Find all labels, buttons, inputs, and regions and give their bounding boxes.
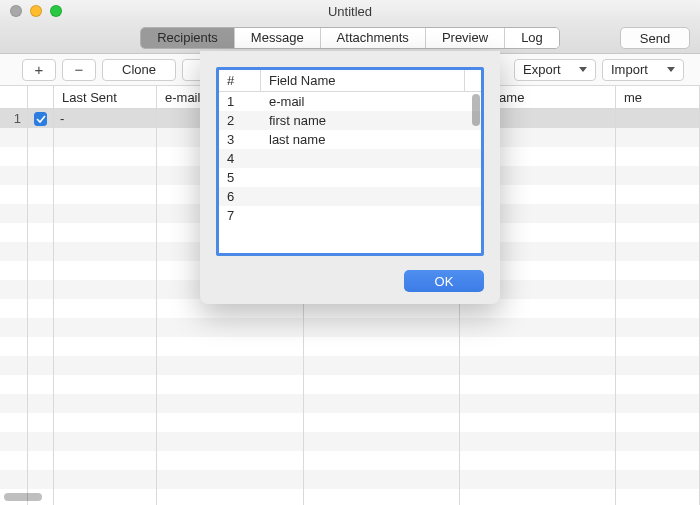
row-title xyxy=(616,470,700,489)
row-title xyxy=(616,356,700,375)
row-first-name xyxy=(304,489,460,505)
row-checkbox-cell xyxy=(28,280,54,299)
row-last-sent xyxy=(54,166,157,185)
send-label: Send xyxy=(640,31,670,46)
tab-log[interactable]: Log xyxy=(505,28,559,48)
import-combo[interactable]: Import xyxy=(602,59,684,81)
field-row[interactable]: 1e-mail xyxy=(219,92,481,111)
vertical-scrollbar[interactable] xyxy=(471,92,481,253)
field-row[interactable]: 5 xyxy=(219,168,481,187)
clone-button[interactable]: Clone xyxy=(102,59,176,81)
ok-button[interactable]: OK xyxy=(404,270,484,292)
row-first-name xyxy=(304,413,460,432)
field-row[interactable]: 4 xyxy=(219,149,481,168)
tab-recipients[interactable]: Recipients xyxy=(141,28,235,48)
table-row[interactable] xyxy=(0,489,700,505)
row-index xyxy=(0,413,28,432)
table-row[interactable] xyxy=(0,318,700,337)
row-title xyxy=(616,489,700,505)
row-first-name xyxy=(304,318,460,337)
field-row[interactable]: 7 xyxy=(219,206,481,225)
table-row[interactable] xyxy=(0,375,700,394)
table-row[interactable] xyxy=(0,394,700,413)
row-checkbox-cell xyxy=(28,318,54,337)
tab-message[interactable]: Message xyxy=(235,28,321,48)
row-checkbox-cell xyxy=(28,242,54,261)
field-row[interactable]: 3last name xyxy=(219,130,481,149)
remove-recipient-button[interactable]: − xyxy=(62,59,96,81)
table-row[interactable] xyxy=(0,337,700,356)
row-last-name xyxy=(460,375,616,394)
field-index: 3 xyxy=(219,130,261,149)
plus-icon: + xyxy=(35,62,44,77)
segmented-control: Recipients Message Attachments Preview L… xyxy=(140,27,560,49)
row-email xyxy=(157,451,304,470)
send-button[interactable]: Send xyxy=(620,27,690,49)
table-row[interactable] xyxy=(0,432,700,451)
row-first-name xyxy=(304,337,460,356)
vertical-scrollbar-thumb[interactable] xyxy=(472,94,480,126)
row-last-name xyxy=(460,318,616,337)
row-checkbox-cell xyxy=(28,109,54,128)
row-checkbox-cell xyxy=(28,470,54,489)
tab-preview[interactable]: Preview xyxy=(426,28,505,48)
row-checkbox-cell xyxy=(28,223,54,242)
minimize-window-icon[interactable] xyxy=(30,5,42,17)
row-checkbox-cell xyxy=(28,394,54,413)
col-label: me xyxy=(624,90,642,105)
row-last-sent: - xyxy=(54,109,157,128)
checkbox-checked-icon[interactable] xyxy=(34,112,47,126)
row-last-sent xyxy=(54,375,157,394)
row-last-sent xyxy=(54,489,157,505)
field-index: 7 xyxy=(219,206,261,225)
row-last-sent xyxy=(54,299,157,318)
tab-label: Attachments xyxy=(337,30,409,45)
row-last-sent xyxy=(54,470,157,489)
row-index xyxy=(0,318,28,337)
row-email xyxy=(157,394,304,413)
row-last-sent xyxy=(54,204,157,223)
row-email xyxy=(157,356,304,375)
col-label: Last Sent xyxy=(62,90,117,105)
main-tabbar: Recipients Message Attachments Preview L… xyxy=(0,22,700,54)
sheet-footer: OK xyxy=(216,270,484,292)
table-row[interactable] xyxy=(0,413,700,432)
col-last-sent[interactable]: Last Sent xyxy=(54,86,157,108)
col-index[interactable] xyxy=(0,86,28,108)
row-email xyxy=(157,432,304,451)
add-recipient-button[interactable]: + xyxy=(22,59,56,81)
export-combo[interactable]: Export xyxy=(514,59,596,81)
table-row[interactable] xyxy=(0,451,700,470)
fields-col-index[interactable]: # xyxy=(219,70,261,91)
field-row[interactable]: 2first name xyxy=(219,111,481,130)
fields-col-name[interactable]: Field Name xyxy=(261,70,465,91)
clone-label: Clone xyxy=(122,62,156,77)
row-index xyxy=(0,375,28,394)
row-index xyxy=(0,394,28,413)
col-label: Field Name xyxy=(269,73,335,88)
row-last-name xyxy=(460,394,616,413)
tab-attachments[interactable]: Attachments xyxy=(321,28,426,48)
row-checkbox-cell xyxy=(28,166,54,185)
horizontal-scrollbar-thumb[interactable] xyxy=(4,493,42,501)
fields-body: 1e-mail2first name3last name4567 xyxy=(219,92,481,253)
close-window-icon[interactable] xyxy=(10,5,22,17)
row-last-sent xyxy=(54,394,157,413)
row-title xyxy=(616,375,700,394)
field-row[interactable]: 6 xyxy=(219,187,481,206)
row-checkbox-cell xyxy=(28,432,54,451)
table-row[interactable] xyxy=(0,470,700,489)
row-index xyxy=(0,242,28,261)
zoom-window-icon[interactable] xyxy=(50,5,62,17)
table-row[interactable] xyxy=(0,356,700,375)
field-index: 5 xyxy=(219,168,261,187)
row-checkbox-cell xyxy=(28,128,54,147)
col-title[interactable]: me xyxy=(616,86,700,108)
col-checkbox[interactable] xyxy=(28,86,54,108)
row-email xyxy=(157,375,304,394)
minus-icon: − xyxy=(75,62,84,77)
row-last-sent xyxy=(54,185,157,204)
row-first-name xyxy=(304,375,460,394)
row-checkbox-cell xyxy=(28,356,54,375)
chevron-down-icon xyxy=(579,67,587,72)
